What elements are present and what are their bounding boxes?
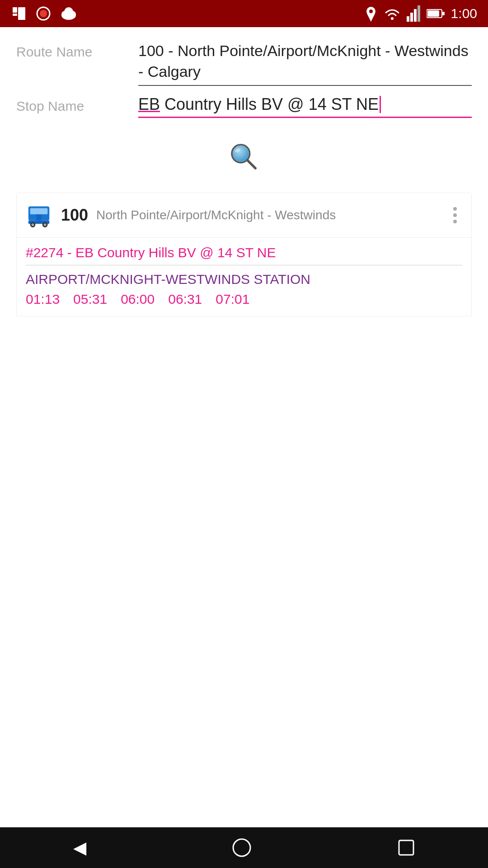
stop-name-text: EB Country Hills BV @ 14 ST NE bbox=[138, 95, 379, 114]
magnifying-glass-icon bbox=[228, 141, 260, 173]
route-name-value-wrapper: 100 - North Pointe/Airport/McKnight - We… bbox=[138, 41, 472, 86]
stop-name-input[interactable]: EB Country Hills BV @ 14 ST NE bbox=[138, 95, 472, 118]
svg-point-30 bbox=[44, 223, 47, 226]
record-icon bbox=[35, 5, 52, 22]
svg-rect-19 bbox=[442, 12, 445, 15]
bus-icon bbox=[26, 201, 52, 227]
recents-button[interactable] bbox=[398, 839, 415, 856]
route-name-label: Route Name bbox=[16, 41, 138, 60]
bus-icon-wrapper bbox=[26, 201, 52, 229]
notification-icon bbox=[11, 5, 27, 22]
svg-rect-25 bbox=[30, 208, 48, 214]
home-button[interactable] bbox=[232, 838, 251, 857]
result-route-number: 100 bbox=[61, 206, 88, 225]
svg-point-8 bbox=[64, 7, 73, 16]
wifi-icon bbox=[384, 5, 400, 22]
svg-rect-1 bbox=[13, 14, 17, 16]
location-icon bbox=[364, 5, 378, 22]
svg-rect-14 bbox=[410, 13, 413, 22]
svg-marker-10 bbox=[367, 14, 375, 22]
time-item: 05:31 bbox=[73, 292, 107, 307]
status-bar-left bbox=[11, 5, 78, 22]
svg-rect-18 bbox=[427, 10, 439, 17]
svg-point-32 bbox=[233, 839, 250, 856]
divider bbox=[26, 265, 462, 265]
back-icon: ◀ bbox=[73, 838, 86, 858]
destination-name: AIRPORT/MCKNIGHT-WESTWINDS STATION bbox=[26, 272, 462, 287]
home-icon bbox=[232, 838, 251, 857]
main-content: Route Name 100 - North Pointe/Airport/Mc… bbox=[0, 27, 488, 316]
svg-rect-33 bbox=[399, 840, 413, 855]
stop-name-row: Stop Name EB Country Hills BV @ 14 ST NE bbox=[16, 95, 472, 123]
time-item: 07:01 bbox=[216, 292, 249, 307]
more-dots-icon bbox=[451, 205, 459, 225]
result-header: 100 North Pointe/Airport/McKnight - West… bbox=[17, 193, 471, 238]
stop-name-label: Stop Name bbox=[16, 95, 138, 114]
svg-line-22 bbox=[247, 160, 255, 168]
route-name-row: Route Name 100 - North Pointe/Airport/Mc… bbox=[16, 41, 472, 90]
svg-rect-15 bbox=[414, 9, 417, 22]
result-card: 100 North Pointe/Airport/McKnight - West… bbox=[16, 193, 472, 316]
stop-name-eb: EB bbox=[138, 95, 160, 113]
stop-name-rest: Country Hills BV @ 14 ST NE bbox=[160, 95, 379, 113]
signal-icon bbox=[407, 5, 420, 22]
time-item: 06:31 bbox=[168, 292, 202, 307]
search-area bbox=[16, 136, 472, 179]
svg-point-29 bbox=[32, 223, 34, 226]
time-item: 06:00 bbox=[121, 292, 155, 307]
stop-name-value-wrapper: EB Country Hills BV @ 14 ST NE bbox=[138, 95, 472, 118]
more-options-button[interactable] bbox=[448, 202, 462, 229]
svg-point-11 bbox=[369, 9, 373, 13]
svg-point-12 bbox=[391, 17, 394, 20]
cloud-icon bbox=[60, 5, 78, 22]
result-route-desc: North Pointe/Airport/McKnight - Westwind… bbox=[96, 208, 448, 222]
battery-icon bbox=[427, 8, 445, 19]
search-button[interactable] bbox=[223, 136, 265, 179]
stop-id: #2274 - EB Country Hills BV @ 14 ST NE bbox=[26, 245, 462, 260]
svg-rect-0 bbox=[13, 7, 17, 13]
route-name-value: 100 - North Pointe/Airport/McKnight - We… bbox=[138, 41, 472, 86]
svg-point-4 bbox=[40, 10, 47, 17]
text-cursor bbox=[380, 96, 381, 113]
svg-rect-16 bbox=[418, 5, 420, 22]
back-button[interactable]: ◀ bbox=[73, 838, 86, 858]
status-time: 1:00 bbox=[451, 6, 477, 21]
svg-rect-2 bbox=[18, 7, 25, 20]
status-bar-right: 1:00 bbox=[364, 5, 477, 22]
svg-rect-13 bbox=[407, 16, 409, 22]
status-bar: 1:00 bbox=[0, 0, 488, 27]
time-item: 01:13 bbox=[26, 292, 60, 307]
svg-rect-31 bbox=[36, 214, 42, 221]
stop-info: #2274 - EB Country Hills BV @ 14 ST NE A… bbox=[17, 238, 471, 316]
times-row: 01:1305:3106:0006:3107:01 bbox=[26, 292, 462, 316]
bottom-nav: ◀ bbox=[0, 827, 488, 868]
recents-icon bbox=[398, 839, 415, 856]
